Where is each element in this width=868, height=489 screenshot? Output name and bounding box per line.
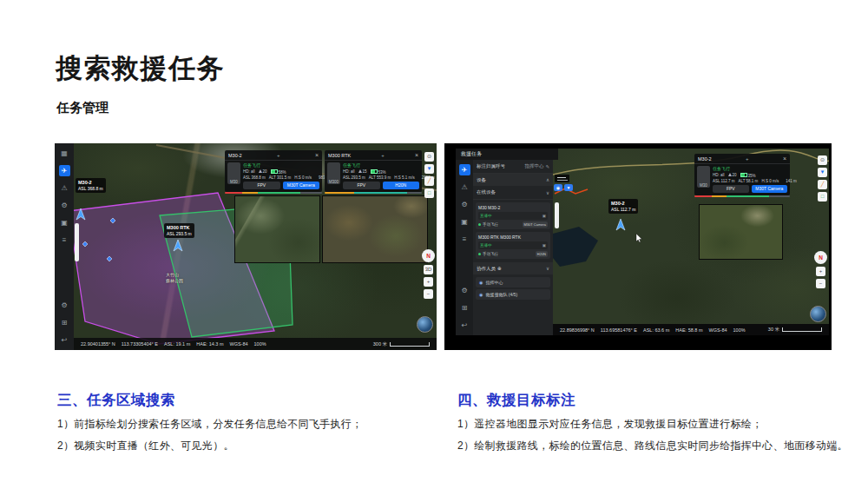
alt-value: ALT 301.5 m: [269, 175, 291, 180]
devices-section-header[interactable]: 设备 ∧: [473, 174, 553, 186]
stream-icon[interactable]: ▣: [542, 214, 546, 218]
fpv-button[interactable]: FPV: [713, 185, 749, 193]
camera-badge[interactable]: M30T Camera: [523, 221, 549, 228]
flight-status: 任务飞行: [713, 166, 787, 171]
device-card-m300[interactable]: M300 RTK M300 RTK 直播中 ▣ 手动飞行 H20N: [476, 232, 550, 259]
minimap-globe[interactable]: [417, 316, 433, 333]
left-icon-rail: ▦ ✈ ⚠ ⚙ ▣ ≡ ⚙ ⊞ ↩: [55, 143, 74, 350]
minimap-globe[interactable]: [810, 306, 826, 322]
ruler-icon[interactable]: ╱: [424, 176, 434, 186]
edit-pencil-icon[interactable]: ✎: [545, 164, 549, 169]
rail-icon-alert[interactable]: ⚠: [459, 182, 470, 193]
compass-icon[interactable]: N: [422, 249, 435, 262]
left-icon-rail: ✈ ⚠ ⚙ ▣ ≡ ⚙ ⊞ ↩: [456, 160, 473, 335]
scale-bar: [782, 327, 822, 332]
asl-value: ASL 368.8 m: [243, 175, 266, 180]
rail-icon-list[interactable]: ≡: [459, 234, 470, 245]
page-subtitle: 任务管理: [56, 100, 108, 116]
rail-icon-drone-active[interactable]: ✈: [59, 165, 70, 176]
add-member-icon[interactable]: ⊕: [497, 266, 502, 271]
online-dot-icon: [478, 253, 481, 255]
callsign-row: 标注归属呼号 指挥中心 ✎: [473, 160, 553, 174]
rail-icon-gear[interactable]: ⚙: [59, 300, 70, 311]
rail-icon-map[interactable]: ⊞: [459, 302, 470, 314]
asl-value: ASL 293.5 m: [343, 175, 365, 180]
map-status-bar: 22.89836998° N 113.69581476° E ASL: 63.6…: [553, 324, 829, 335]
pin-icon[interactable]: ▼: [424, 164, 434, 174]
hspeed-value: H.S 0 m/s: [294, 175, 312, 180]
video-feed-visible-light[interactable]: [234, 195, 320, 263]
battery-timeline-strip: [225, 192, 322, 194]
fpv-button[interactable]: FPV: [343, 182, 380, 189]
person-icon: ◉: [479, 292, 483, 297]
asl-readout: ASL: 19.1 m: [164, 341, 190, 347]
fpv-button[interactable]: FPV: [243, 182, 280, 189]
hd-signal: HD: all: [713, 173, 725, 177]
flight-mode: 手动飞行: [483, 252, 498, 256]
video-feed-window[interactable]: [699, 204, 783, 260]
member-rescue-team[interactable]: ◉ 救援搜救队 (4/5): [476, 289, 550, 300]
rail-icon-settings[interactable]: ⚙: [59, 200, 70, 211]
drone-name: M300 RTK: [328, 153, 351, 158]
close-icon[interactable]: ×: [315, 152, 319, 158]
device-title: M300 RTK M300 RTK: [478, 235, 548, 240]
datum: WGS-84: [708, 327, 727, 333]
zoom-slider[interactable]: [555, 202, 559, 228]
rail-icon-exit[interactable]: ↩: [59, 334, 70, 346]
annotation-label: [555, 175, 569, 182]
zoom-slider[interactable]: [75, 223, 79, 261]
longitude: 113.73305404° E: [122, 341, 158, 347]
callsign-label: 标注归属呼号: [477, 163, 505, 169]
person-marker-badge[interactable]: ◉: [554, 184, 562, 191]
drag-handle-icon[interactable]: +: [746, 156, 749, 162]
device-card-m30[interactable]: M30 M30-2 直播中 ▣ 手动飞行 M30T Camera: [476, 202, 550, 229]
satellite-icon: [358, 169, 362, 173]
video-feed-second-drone[interactable]: [322, 195, 428, 263]
live-status: 直播中: [480, 214, 492, 218]
stream-icon[interactable]: ▣: [542, 243, 546, 248]
camera-button[interactable]: H20N: [383, 182, 420, 189]
online-devices-row[interactable]: 在线设备 ∨: [473, 186, 553, 200]
device-thumbnail[interactable]: M30: [227, 162, 240, 184]
page-title: 搜索救援任务: [56, 50, 225, 87]
close-icon[interactable]: ×: [783, 155, 786, 162]
compass-icon[interactable]: N: [814, 251, 827, 264]
battery-timeline-strip: [694, 195, 790, 197]
zoom-out-button[interactable]: −: [816, 279, 825, 288]
3d-toggle[interactable]: 3D: [424, 265, 433, 274]
camera-button[interactable]: M30T Camera: [283, 182, 320, 189]
rail-icon-gear[interactable]: ⚙: [459, 285, 470, 296]
zoom-in-button[interactable]: +: [816, 267, 825, 276]
camera-badge[interactable]: H20N: [536, 251, 548, 257]
rail-icon-list[interactable]: ≡: [59, 235, 70, 246]
caption-right: 四、救援目标标注 1）遥控器地图显示对应任务信息，发现救援目标位置进行标绘； 2…: [457, 391, 857, 460]
rail-icon-alert[interactable]: ⚠: [59, 182, 70, 194]
rail-icon-map[interactable]: ⊞: [59, 317, 70, 328]
rail-icon-grid[interactable]: ▦: [59, 148, 70, 159]
layers-icon[interactable]: □: [818, 192, 827, 202]
layers-icon[interactable]: □: [424, 188, 434, 198]
members-section-header[interactable]: 协作人员 ⊕ ∨: [473, 262, 553, 274]
pin-icon[interactable]: ▼: [818, 168, 827, 177]
zoom-out-button[interactable]: −: [424, 289, 433, 299]
member-command-center[interactable]: ◉ 指挥中心: [476, 277, 550, 287]
close-icon[interactable]: ×: [415, 152, 418, 158]
device-thumbnail[interactable]: M30: [697, 166, 710, 188]
rail-icon-exit[interactable]: ↩: [459, 320, 470, 331]
pin-marker-badge[interactable]: ▼: [564, 184, 573, 191]
drag-handle-icon[interactable]: +: [381, 153, 385, 158]
document-page: 搜索救援任务 任务管理 大竹山森林公园 ▦ ✈ ⚠ ⚙ ▣: [0, 0, 868, 489]
map-nav-tools: N + −: [814, 251, 827, 288]
rail-icon-media[interactable]: ▣: [59, 217, 70, 228]
camera-button[interactable]: M30T Camera: [752, 185, 788, 193]
drag-handle-icon[interactable]: +: [277, 153, 280, 158]
caption-right-line2: 2）绘制救援路线，标绘的位置信息、路线信息实时同步给指挥中心、地面移动端。: [457, 439, 857, 453]
zoom-in-button[interactable]: +: [424, 277, 433, 287]
search-icon[interactable]: ⊙: [424, 152, 434, 162]
device-thumbnail[interactable]: M300: [327, 162, 340, 184]
search-icon[interactable]: ⊙: [818, 155, 827, 165]
ruler-icon[interactable]: ╱: [818, 180, 827, 189]
rail-icon-settings[interactable]: ⚙: [459, 199, 470, 210]
rail-icon-drone-active[interactable]: ✈: [459, 164, 470, 175]
rail-icon-media[interactable]: ▣: [459, 216, 470, 228]
